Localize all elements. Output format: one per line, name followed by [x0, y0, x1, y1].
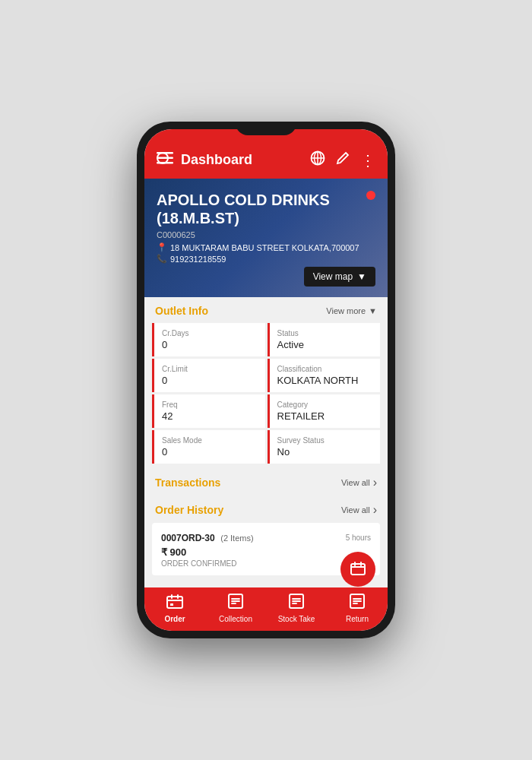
info-card-salesmode: Sales Mode 0 [152, 430, 265, 464]
order-top-row: 0007ORD-30 (2 Items) 5 hours [161, 530, 371, 544]
stock-take-nav-label: Stock Take [278, 615, 315, 623]
nav-item-collection[interactable]: Collection [205, 594, 266, 623]
header-left: Dashboard [157, 152, 252, 168]
view-map-button[interactable]: View map ▼ [304, 267, 375, 287]
chevron-down-icon: ▼ [357, 271, 366, 282]
store-code: C0000625 [157, 230, 375, 239]
classification-value: KOLKATA NORTH [277, 375, 373, 386]
status-value: Active [277, 339, 373, 350]
nav-item-return[interactable]: Return [327, 594, 388, 623]
chevron-right-icon: › [373, 476, 377, 489]
app-header: Dashboard ⋮ [144, 129, 388, 179]
main-content: Outlet Info View more ▼ Cr.Days 0 Status… [144, 297, 388, 587]
crdays-value: 0 [162, 339, 258, 350]
salesmode-value: 0 [162, 446, 258, 458]
header-actions: ⋮ [310, 150, 375, 169]
collection-nav-icon [228, 594, 243, 613]
header-title: Dashboard [181, 152, 252, 168]
info-card-crlimit: Cr.Limit 0 [152, 359, 265, 392]
svg-rect-10 [170, 603, 173, 606]
info-card-status: Status Active [268, 323, 381, 356]
more-icon[interactable]: ⋮ [360, 151, 375, 169]
order-items: (2 Items) [218, 534, 253, 543]
nav-item-stock-take[interactable]: Stock Take [266, 594, 327, 623]
chevron-down-icon: ▼ [369, 306, 377, 315]
phone-icon: 📞 [157, 254, 167, 264]
info-card-surveystatus: Survey Status No [268, 430, 381, 464]
info-card-classification: Classification KOLKATA NORTH [268, 359, 381, 392]
order-amount: ₹ 900 [161, 546, 371, 558]
outlet-info-grid: Cr.Days 0 Status Active Cr.Limit 0 Class… [144, 323, 388, 464]
classification-label: Classification [277, 365, 373, 373]
svg-rect-9 [167, 597, 182, 608]
globe-icon[interactable] [310, 150, 325, 169]
transactions-section: Transactions View all › [144, 468, 388, 496]
crdays-label: Cr.Days [162, 329, 258, 337]
return-nav-label: Return [346, 615, 369, 623]
order-id: 0007ORD-30 [161, 533, 215, 543]
edit-icon[interactable] [336, 151, 350, 169]
stock-take-nav-icon [289, 594, 304, 613]
store-phone: 📞 919231218559 [157, 254, 375, 264]
freq-value: 42 [162, 410, 258, 422]
info-card-category: Category RETAILER [268, 394, 381, 428]
order-history-viewall[interactable]: View all › [341, 503, 377, 517]
crlimit-value: 0 [162, 375, 258, 386]
phone-frame: Dashboard ⋮ [137, 122, 395, 638]
outlet-info-title: Outlet Info [155, 305, 208, 317]
order-status: ORDER CONFIRMED [161, 559, 371, 568]
store-name-line1: APOLLO COLD DRINKS [157, 191, 375, 209]
store-name-line2: (18.M.B.ST) [157, 209, 375, 227]
info-card-freq: Freq 42 [152, 394, 265, 428]
info-card-crdays: Cr.Days 0 [152, 323, 265, 356]
order-time: 5 hours [346, 534, 371, 542]
fab-button[interactable] [340, 552, 375, 587]
chevron-right-icon: › [373, 503, 377, 517]
category-label: Category [277, 401, 373, 409]
order-nav-icon [166, 594, 183, 613]
transactions-viewall[interactable]: View all › [341, 476, 377, 489]
transactions-header: Transactions View all › [144, 468, 388, 496]
phone-screen: Dashboard ⋮ [144, 129, 388, 631]
salesmode-label: Sales Mode [162, 436, 258, 445]
crlimit-label: Cr.Limit [162, 365, 258, 373]
location-icon: 📍 [157, 242, 167, 252]
menu-icon[interactable] [157, 152, 173, 168]
collection-nav-label: Collection [219, 615, 252, 623]
category-value: RETAILER [277, 410, 373, 422]
store-address: 📍 18 MUKTARAM BABU STREET KOLKATA,700007 [157, 242, 375, 252]
status-dot [366, 191, 375, 200]
order-info: 0007ORD-30 (2 Items) [161, 530, 254, 544]
nav-item-order[interactable]: Order [144, 594, 205, 623]
bottom-navigation: Order Collection Stock T [144, 587, 388, 631]
phone-notch [236, 122, 296, 135]
freq-label: Freq [162, 401, 258, 409]
return-nav-icon [350, 594, 365, 613]
order-history-header: Order History View all › [144, 496, 388, 523]
outlet-info-viewmore[interactable]: View more ▼ [326, 306, 377, 315]
transactions-title: Transactions [155, 477, 220, 489]
svg-rect-1 [157, 157, 173, 160]
surveystatus-label: Survey Status [277, 436, 373, 445]
surveystatus-value: No [277, 446, 373, 458]
order-nav-label: Order [164, 615, 185, 623]
outlet-info-header: Outlet Info View more ▼ [144, 297, 388, 323]
order-history-title: Order History [155, 504, 223, 516]
store-hero: APOLLO COLD DRINKS (18.M.B.ST) C0000625 … [144, 179, 388, 297]
status-label: Status [277, 329, 373, 337]
svg-rect-8 [351, 564, 365, 575]
view-map-label: View map [313, 271, 353, 282]
